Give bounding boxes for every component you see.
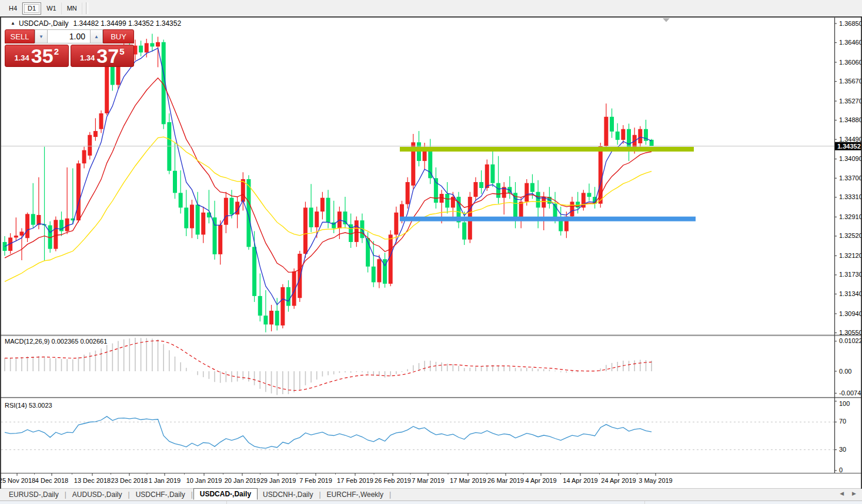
date-label: 29 Jan 2019 [260,477,296,484]
trade-controls-row: SELL ▼ 1.00 ▲ BUY [5,29,134,43]
candle-body [473,182,477,197]
candle-body [184,207,188,228]
macd-axis-label: 0.00 [839,368,851,375]
rsi-axis-label: 30 [839,446,846,453]
price-axis-label: 1.34490 [839,136,862,143]
chart-tab-usdcad[interactable]: USDCAD-,Daily [193,488,258,500]
rsi-axis-label: 0 [839,466,843,473]
price-axis-label: 1.32120 [839,252,862,259]
rsi-axis-label: 70 [839,418,846,425]
timeframe-button-w1[interactable]: W1 [41,2,62,15]
candle-body [303,207,308,254]
price-axis-label: 1.35670 [839,78,862,85]
candle-body [286,287,290,306]
sell-price-panel[interactable]: 1.34 35 2 [5,45,69,67]
price-axis-label: 1.36850 [839,20,862,27]
date-label: 13 Dec 2018 [74,477,111,484]
candle-body [19,231,24,236]
date-label: 20 Jan 2019 [225,477,260,484]
candle-body [309,207,313,227]
candle-body [490,164,495,183]
date-label: 24 Apr 2019 [601,477,636,484]
price-axis-label: 1.34090 [839,155,862,162]
candle-body [258,296,262,315]
macd-axis-label: 0.010229 [839,337,862,344]
chart-tab-usdchf[interactable]: USDCHF-,Daily [131,489,191,500]
candle-body [167,122,171,171]
volume-increase-icon[interactable]: ▲ [90,29,103,43]
tab-scroll-arrows: ◀ ▶ [840,490,856,496]
candle-body [587,193,591,197]
candle-body [616,132,620,140]
candle-body [218,225,222,254]
candle-body [190,204,194,228]
timeframe-button-mn[interactable]: MN [62,2,82,15]
chart-symbol-header: ▲USDCAD-,Daily1.34482 1.34499 1.34352 1.… [11,19,181,28]
candle-body [372,267,376,283]
candle-body [275,311,279,325]
candle-body [604,117,608,146]
sell-price-sup: 2 [54,46,59,56]
candle-body [389,234,393,284]
candle-body [479,182,483,188]
trading-platform-window: H4 D1 W1 MN 1.368501.364601.360601.35670… [0,0,862,504]
chart-tab-audusd[interactable]: AUDUSD-,Daily [67,489,128,500]
candle-body [179,193,183,207]
candle-body [31,214,35,224]
chart-background [0,16,862,489]
price-axis-label: 1.32520 [839,232,862,239]
tab-scroll-right-icon[interactable]: ▶ [852,490,856,496]
chart-tab-eurusd[interactable]: EURUSD-,Daily [4,489,64,500]
tab-scroll-left-icon[interactable]: ◀ [840,490,844,496]
rsi-axis-label: 100 [839,400,850,407]
timeframe-button-h4[interactable]: H4 [4,2,22,15]
candle-body [627,129,631,150]
buy-button[interactable]: BUY [103,29,134,43]
date-label: 1 Jan 2019 [149,477,181,484]
price-axis-label: 1.36460 [839,39,862,46]
candle-body [54,220,58,248]
price-axis-label: 1.33700 [839,174,862,182]
chart-tab-usdcnh[interactable]: USDCNH-,Daily [258,489,318,500]
chart-tab-bar: EURUSD-,Daily| AUDUSD-,Daily| USDCHF-,Da… [0,489,862,500]
sell-button[interactable]: SELL [5,29,35,43]
macd-axis-label: -0.007477 [839,389,862,397]
date-label: 17 Feb 2019 [337,477,373,484]
candle-body [638,129,642,143]
ohlc-values: 1.34482 1.34499 1.34352 1.34352 [73,19,182,28]
candle-body [173,171,177,193]
candle-body [139,46,143,53]
rsi-label: RSI(14) 53.0023 [5,402,52,409]
candle-body [252,247,256,296]
date-label: 3 May 2019 [639,477,672,484]
candle-body [76,163,81,220]
volume-decrease-icon[interactable]: ▼ [35,29,48,43]
timeframe-toolbar: H4 D1 W1 MN [0,0,862,16]
price-axis-label: 1.36060 [839,59,862,66]
candle-body [320,198,325,211]
chart-canvas[interactable]: 1.368501.364601.360601.356701.352701.348… [0,16,862,489]
candle-body [326,198,330,223]
candle-body [201,213,205,235]
candle-body [230,198,234,214]
date-label: 17 Mar 2019 [450,477,486,484]
candle-body [524,183,529,202]
date-label: 10 Jan 2019 [186,477,222,484]
buy-price-panel[interactable]: 1.34 37 5 [71,45,135,67]
sell-price-prefix: 1.34 [15,53,29,62]
candle-body [99,113,103,129]
candle-body [621,129,625,140]
collapse-triangle-icon[interactable]: ▲ [11,21,15,26]
volume-value[interactable]: 1.00 [48,29,90,43]
buy-price-prefix: 1.34 [80,53,95,62]
volume-stepper: ▼ 1.00 ▲ [35,29,103,43]
candle-body [213,217,217,254]
timeframe-button-d1[interactable]: D1 [22,2,41,15]
price-axis-label: 1.31340 [839,290,862,297]
candle-body [445,194,449,207]
chart-tab-eurchf[interactable]: EURCHF-,Weekly [322,489,389,500]
date-label: 26 Feb 2019 [375,477,411,484]
price-axis-label: 1.31730 [839,271,862,278]
candle-body [263,315,268,324]
candle-body [485,164,489,188]
